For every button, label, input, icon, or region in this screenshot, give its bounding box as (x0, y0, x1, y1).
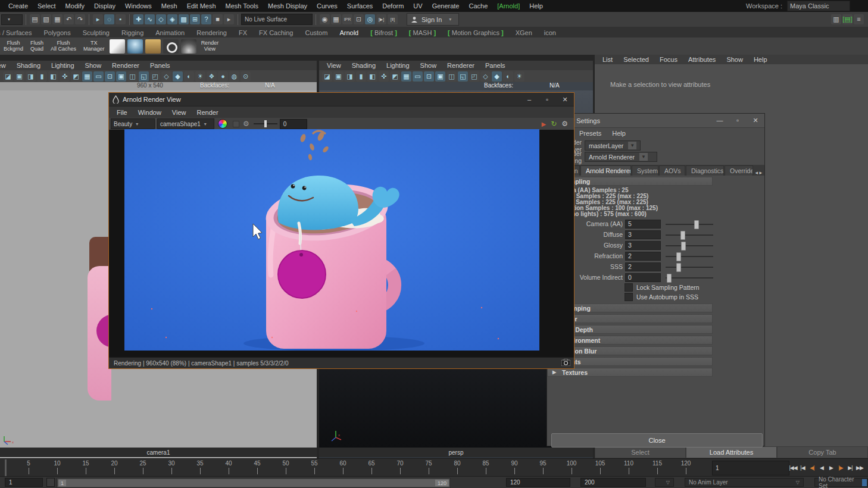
animation-end-field[interactable]: 200 (580, 478, 646, 487)
two-d-pan-zoom-icon[interactable]: ✜ (60, 71, 70, 82)
shelf-tab-animation[interactable]: Animation (149, 28, 191, 37)
anim-layer-dropdown[interactable]: No Anim Layer▽ (685, 478, 804, 487)
ae-menu-selected[interactable]: Selected (618, 56, 654, 63)
textured-icon[interactable]: ◐ (503, 71, 513, 82)
render-settings-menu-presets[interactable]: Presets (574, 130, 607, 137)
lock-sampling-pattern-checkbox[interactable] (625, 283, 633, 292)
range-end-handle[interactable]: 120 (435, 480, 449, 486)
area-light-thumb[interactable] (110, 39, 125, 54)
close-button[interactable]: Close (551, 433, 763, 448)
shelf-tab-custom[interactable]: Custom (299, 28, 334, 37)
shelf-tab-mash[interactable]: [ MASH ] (403, 28, 442, 37)
toon-shader-icon[interactable]: ◎ (365, 14, 375, 24)
two-d-pan-zoom-icon[interactable]: ✜ (379, 71, 389, 82)
menu-uv[interactable]: UV (408, 2, 427, 10)
time-slider-ticks[interactable]: 5101520253035404550556065707580859095100… (0, 459, 708, 477)
go-to-start-button[interactable]: |◀◀ (788, 465, 798, 471)
shelf-tab-polygons[interactable]: Polygons (38, 28, 76, 37)
open-render-view-icon[interactable]: ◉ (320, 14, 330, 24)
safe-action-icon[interactable]: ◱ (458, 71, 468, 82)
shadows-icon[interactable]: ❖ (207, 71, 217, 82)
gate-mask-icon[interactable]: ▣ (435, 71, 445, 82)
camera-panel-menu-shading[interactable]: Shading (11, 62, 46, 69)
minimize-button[interactable]: – (520, 96, 538, 104)
tab-scroll-arrows[interactable]: ◂ ▸ (755, 170, 764, 176)
range-slider-grip[interactable] (46, 478, 55, 487)
camera-panel-menu-panels[interactable]: Panels (145, 62, 176, 69)
shaded-icon[interactable]: ◆ (492, 71, 502, 82)
section-textures[interactable]: ▶Textures (547, 368, 713, 377)
shelf-tab-xgen[interactable]: XGen (510, 28, 538, 37)
sampling-slider[interactable] (666, 242, 713, 249)
copy-tab-button[interactable]: Copy Tab (777, 446, 868, 458)
live-surface-field[interactable]: No Live Surface (241, 14, 313, 25)
undo-icon[interactable]: ↶ (64, 14, 74, 24)
overscan-icon[interactable]: ◩ (71, 71, 81, 82)
menu-create[interactable]: Create (4, 2, 33, 10)
select-camera-icon[interactable]: ◪ (322, 71, 332, 82)
camera-panel-menu-view[interactable]: View (0, 62, 11, 69)
grid-icon[interactable]: ▦ (401, 71, 411, 82)
pause-ipr-icon[interactable]: [Ⅱ] (388, 14, 398, 24)
ae-menu-list[interactable]: List (597, 56, 618, 63)
render-current-frame-icon[interactable]: ▦ (331, 14, 341, 24)
animation-start-field[interactable]: 1 (5, 478, 43, 487)
shelf-tab-icon[interactable]: icon (538, 28, 562, 37)
ipr-render-icon[interactable]: IPR (342, 14, 352, 24)
snapshot-camera-icon[interactable] (561, 358, 570, 368)
sampling-value-field[interactable]: 5 (625, 220, 661, 229)
menu-mesh[interactable]: Mesh (157, 2, 182, 10)
close-icon[interactable]: ✕ (556, 96, 574, 104)
selection-mask-dropdown[interactable]: ▾ (1, 14, 23, 25)
persp-panel-menu-lighting[interactable]: Lighting (381, 62, 415, 69)
camera-attributes-icon[interactable]: ◨ (26, 71, 36, 82)
safe-action-icon[interactable]: ◱ (139, 71, 149, 82)
render-layer-dropdown[interactable]: masterLayer▼ (585, 140, 641, 151)
step-forward-frame-button[interactable]: ▶| (845, 465, 855, 471)
menu-curves[interactable]: Curves (312, 2, 342, 10)
menu-modify[interactable]: Modify (61, 2, 89, 10)
arv-menu-window[interactable]: Window (133, 109, 167, 116)
menu-arnold[interactable]: [Arnold] (492, 2, 524, 10)
lock-camera-icon[interactable]: ▣ (14, 71, 24, 82)
sampling-slider[interactable] (666, 231, 713, 239)
render-options-gear-icon[interactable]: ⚙ (561, 120, 568, 128)
step-back-key-button[interactable]: ◀| (807, 465, 817, 471)
film-gate-icon[interactable]: ▭ (413, 71, 423, 82)
rs-tab-aovs[interactable]: AOVs (659, 165, 685, 176)
render-using-dropdown[interactable]: Arnold Renderer▼ (585, 152, 657, 162)
resolution-gate-icon[interactable]: ⊡ (424, 71, 434, 82)
shaded-icon[interactable]: ◆ (173, 71, 183, 82)
menu-windows[interactable]: Windows (120, 2, 157, 10)
new-scene-icon[interactable]: ▤ (30, 14, 40, 24)
spot-light-thumb[interactable] (181, 39, 196, 54)
range-slider-bar[interactable]: 1 120 (58, 479, 449, 487)
shelf-tab-fx[interactable]: FX (233, 28, 253, 37)
rs-tab-diagnostics[interactable]: Diagnostics (686, 165, 724, 176)
lock-selection-icon[interactable]: ■ (213, 14, 223, 24)
camera-panel-menu-lighting[interactable]: Lighting (46, 62, 80, 69)
rs-tab-system[interactable]: System (632, 165, 658, 176)
open-scene-icon[interactable]: ▧ (41, 14, 51, 24)
sampling-slider[interactable] (666, 220, 713, 228)
shelf-button-flush-quad[interactable]: Flush Quad (27, 40, 47, 52)
playback-options-dropdown[interactable]: ▽ (655, 478, 674, 487)
snap-to-grid-icon[interactable]: ✚ (133, 14, 143, 24)
wireframe-icon[interactable]: ◇ (480, 71, 491, 82)
film-gate-icon[interactable]: ▭ (93, 71, 104, 82)
exposure-slider[interactable] (254, 120, 277, 128)
ae-menu-help[interactable]: Help (748, 56, 773, 63)
gate-mask-icon[interactable]: ▣ (116, 71, 126, 82)
ae-menu-attributes[interactable]: Attributes (683, 56, 721, 63)
sampling-value-field[interactable]: 0 (625, 273, 661, 282)
field-chart-icon[interactable]: ◫ (127, 71, 138, 82)
lasso-select-icon[interactable]: ◌ (104, 14, 114, 24)
xray-icon[interactable]: ◍ (229, 71, 239, 82)
sequence-render-icon[interactable]: [▶] (376, 14, 386, 24)
shelf-tab-motion-graphics[interactable]: [ Motion Graphics ] (442, 28, 510, 37)
arv-menu-file[interactable]: File (111, 109, 133, 116)
camera-attributes-icon[interactable]: ◨ (345, 71, 355, 82)
highlight-selection-icon[interactable]: ▸ (224, 14, 234, 24)
arv-menu-render[interactable]: Render (192, 109, 224, 116)
snap-together-icon[interactable]: ⊞ (190, 14, 200, 24)
